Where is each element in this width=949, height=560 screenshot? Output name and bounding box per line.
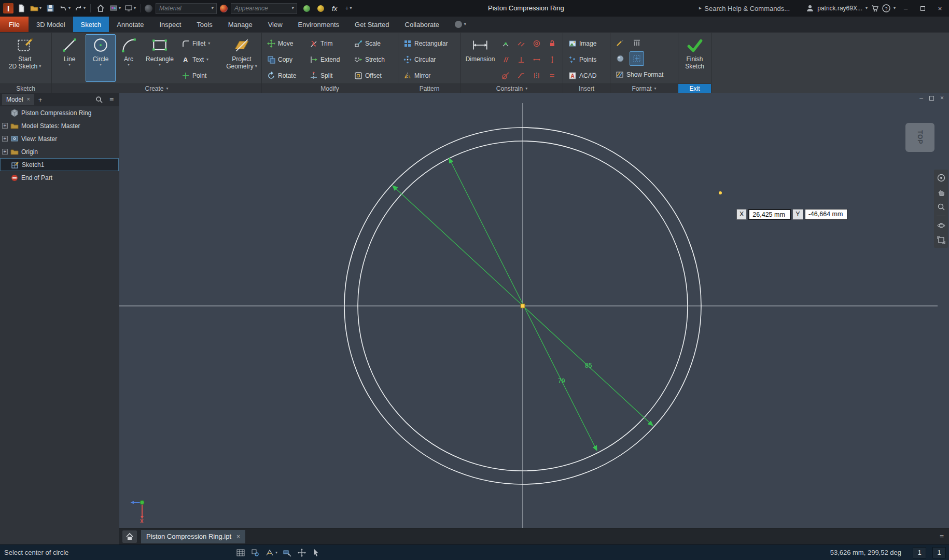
copy-button[interactable]: Copy (264, 52, 306, 67)
account-menu[interactable]: patrick.ray69X... (817, 5, 862, 12)
adjust-appearance-button[interactable] (300, 2, 313, 15)
center-point[interactable] (521, 304, 525, 308)
clear-appearance-button[interactable] (314, 2, 327, 15)
add-browser-tab-button[interactable]: + (36, 96, 45, 104)
tree-item-model-states[interactable]: + Model States: Master (0, 119, 119, 132)
sphere-display-button[interactable] (613, 51, 627, 66)
mirror-button[interactable]: Mirror (401, 68, 458, 83)
tab-collaborate[interactable]: Collaborate (397, 17, 448, 32)
acad-button[interactable]: AACAD (566, 68, 607, 83)
points-button[interactable]: Points (566, 52, 607, 67)
dynamic-input-toggle-button[interactable] (283, 548, 292, 557)
home-view-button[interactable] (94, 2, 107, 15)
constraint-collinear-button[interactable] (513, 35, 529, 51)
close-icon[interactable]: × (236, 533, 240, 540)
tab-view[interactable]: View (260, 17, 290, 32)
tab-get-started[interactable]: Get Started (347, 17, 397, 32)
text-button[interactable]: AText▾ (179, 52, 224, 67)
tab-manage[interactable]: Manage (220, 17, 260, 32)
snap-settings-button[interactable]: ▾ (265, 548, 277, 557)
save-button[interactable] (44, 2, 57, 15)
rectangle-button[interactable]: Rectangle ▾ (142, 34, 178, 82)
project-geometry-button[interactable]: Project Geometry▾ (225, 34, 259, 82)
constraint-fix-button[interactable] (545, 35, 560, 51)
tree-item-part-root[interactable]: Piston Compression Ring (0, 106, 119, 119)
constraint-symmetric-button[interactable] (529, 67, 545, 83)
constraint-smooth-button[interactable] (513, 67, 529, 83)
ribbon-options-button[interactable]: ▾ (447, 17, 474, 32)
constraint-tangent-button[interactable] (498, 67, 513, 83)
group-label-format[interactable]: Format▾ (610, 83, 678, 93)
tab-tools[interactable]: Tools (189, 17, 220, 32)
constraint-vertical-button[interactable] (545, 51, 560, 67)
cart-icon[interactable] (871, 4, 879, 12)
start-2d-sketch-button[interactable]: Start 2D Sketch▾ (3, 34, 47, 82)
constraint-concentric-button[interactable] (529, 35, 545, 51)
circle-button[interactable]: Circle ▾ (86, 34, 116, 82)
dimension-button[interactable]: Dimension (464, 34, 497, 82)
orbit-button[interactable] (936, 220, 946, 231)
expand-icon[interactable]: + (2, 136, 8, 142)
hatch-spacing-button[interactable] (630, 36, 644, 50)
browser-menu-button[interactable]: ≡ (106, 94, 117, 105)
document-tab-active[interactable]: Piston Compression Ring.ipt × (141, 530, 245, 543)
tree-item-end-of-part[interactable]: End of Part (0, 171, 119, 184)
object-snap-button[interactable] (250, 548, 260, 557)
home-tab-button[interactable] (122, 530, 137, 543)
move-mode-button[interactable] (297, 548, 306, 557)
scale-button[interactable]: Scale (352, 36, 395, 51)
navigation-wheel-button[interactable] (936, 172, 946, 183)
constraint-perpendicular-button[interactable] (513, 51, 529, 67)
stretch-button[interactable]: Stretch (352, 52, 395, 67)
graphics-window[interactable]: 85 79 – × TOP X 26,425 mm (119, 93, 949, 544)
dimension-text-79[interactable]: 79 (558, 377, 565, 385)
open-button[interactable]: ▾ (29, 2, 43, 15)
coord-y-input[interactable]: -46,664 mm (805, 209, 847, 220)
fillet-button[interactable]: Fillet▾ (179, 36, 224, 51)
extend-button[interactable]: Extend (307, 52, 351, 67)
collapse-search-icon[interactable]: ▾ (697, 7, 703, 9)
expand-icon[interactable]: + (2, 149, 8, 155)
show-format-button[interactable]: Show Format (613, 67, 675, 82)
dimension-text-85[interactable]: 85 (585, 362, 592, 369)
rectangular-pattern-button[interactable]: Rectangular (401, 36, 458, 51)
tree-item-view-master[interactable]: + View: Master (0, 132, 119, 145)
tab-inspect[interactable]: Inspect (151, 17, 189, 32)
tab-environments[interactable]: Environments (290, 17, 347, 32)
point-button[interactable]: Point (179, 68, 224, 83)
group-label-create[interactable]: Create▾ (52, 83, 261, 93)
undo-button[interactable]: ▾ (58, 2, 72, 15)
tab-file[interactable]: File (0, 17, 29, 32)
offset-button[interactable]: Offset (352, 68, 395, 83)
expand-icon[interactable]: + (2, 123, 8, 129)
grid-display-button[interactable] (236, 548, 245, 557)
group-label-constrain[interactable]: Constrain▾ (461, 83, 563, 93)
redo-button[interactable]: ▾ (73, 2, 87, 15)
sketch-canvas[interactable]: 85 79 (119, 93, 949, 528)
browser-search-button[interactable] (94, 94, 104, 105)
line-format-button[interactable] (613, 36, 627, 50)
tab-list-menu-button[interactable]: ≡ (940, 533, 946, 541)
tab-sketch[interactable]: Sketch (73, 17, 109, 32)
zoom-button[interactable] (936, 201, 946, 212)
trim-button[interactable]: Trim (307, 36, 351, 51)
material-dropdown[interactable]: Material▾ (156, 3, 217, 14)
constraint-parallel-button[interactable] (498, 51, 513, 67)
help-icon[interactable]: ? (882, 4, 890, 12)
pan-button[interactable] (936, 187, 946, 198)
select-mode-button[interactable] (312, 548, 321, 557)
window-minimize-button[interactable]: – (899, 2, 913, 15)
line-button[interactable]: Line ▾ (54, 34, 85, 82)
add-quick-access-button[interactable]: +▾ (342, 2, 355, 15)
screen-settings-button[interactable]: ▾ (123, 2, 137, 15)
arc-button[interactable]: Arc ▾ (117, 34, 141, 82)
tab-3d-model[interactable]: 3D Model (29, 17, 73, 32)
doc-minimize-button[interactable]: – (919, 94, 923, 102)
browser-tab-model[interactable]: Model× (2, 94, 34, 105)
search-input[interactable]: Search Help & Commands... (704, 5, 803, 12)
image-button[interactable]: Image (566, 36, 607, 51)
window-maximize-button[interactable] (916, 2, 930, 15)
constraint-coincident-button[interactable] (498, 35, 513, 51)
split-button[interactable]: Split (307, 68, 351, 83)
circular-pattern-button[interactable]: Circular (401, 52, 458, 67)
